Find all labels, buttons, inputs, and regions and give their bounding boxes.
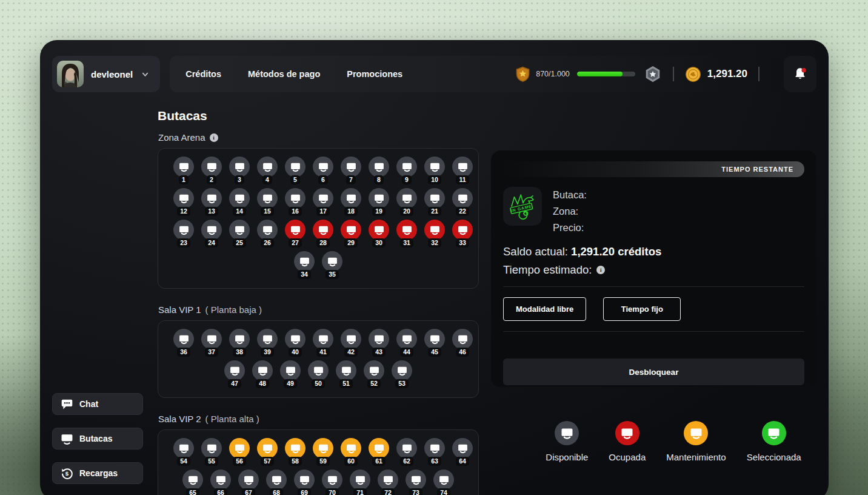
seat-62[interactable]: 62 (396, 438, 417, 466)
seat-44[interactable]: 44 (396, 329, 417, 357)
monitor-icon (457, 224, 469, 236)
seat-67[interactable]: 67 (238, 470, 259, 495)
seat-69[interactable]: 69 (294, 470, 315, 495)
desbloquear-button[interactable]: Desbloquear (503, 359, 804, 385)
recharge-icon: $ (61, 467, 73, 480)
seat-23[interactable]: 23 (173, 220, 194, 247)
seat-30[interactable]: 30 (369, 220, 389, 247)
seat-26[interactable]: 26 (257, 220, 278, 247)
seat-33[interactable]: 33 (452, 220, 473, 247)
seat-71[interactable]: 71 (350, 470, 370, 495)
seat-58[interactable]: 58 (285, 438, 305, 466)
nav-promociones[interactable]: Promociones (347, 69, 402, 79)
seat-43[interactable]: 43 (369, 329, 389, 357)
seat-61[interactable]: 61 (369, 438, 389, 466)
seat-56[interactable]: 56 (229, 438, 250, 466)
seat-63[interactable]: 63 (424, 438, 445, 466)
sidebar-item-recargas[interactable]: $ Recargas (52, 462, 143, 484)
seat-65[interactable]: 65 (182, 470, 203, 495)
seat-73[interactable]: 73 (406, 470, 426, 495)
seat-36[interactable]: 36 (173, 329, 194, 357)
seat-41[interactable]: 41 (313, 329, 333, 357)
seat-60[interactable]: 60 (341, 438, 361, 466)
seat-8[interactable]: 8 (369, 157, 389, 184)
seat-10[interactable]: 10 (424, 157, 445, 184)
seat-21[interactable]: 21 (424, 188, 445, 216)
seat-11[interactable]: 11 (452, 157, 473, 184)
seat-13[interactable]: 13 (201, 188, 222, 216)
seat-number: 49 (284, 379, 297, 388)
info-icon[interactable]: i (210, 133, 218, 142)
seat-22[interactable]: 22 (452, 188, 473, 216)
seat-4[interactable]: 4 (257, 157, 278, 184)
monitor-icon (285, 365, 296, 377)
seat-number: 14 (233, 207, 246, 216)
seat-46[interactable]: 46 (452, 329, 473, 357)
seat-28[interactable]: 28 (313, 220, 333, 247)
seat-7[interactable]: 7 (341, 157, 361, 184)
seat-54[interactable]: 54 (173, 438, 194, 466)
seat-48[interactable]: 48 (252, 360, 273, 388)
user-menu[interactable]: devleonel (52, 56, 160, 92)
seat-3[interactable]: 3 (229, 157, 250, 184)
seat-number: 33 (456, 238, 469, 247)
sidebar-item-butacas[interactable]: Butacas (52, 428, 143, 450)
seat-53[interactable]: 53 (392, 360, 412, 388)
seat-42[interactable]: 42 (341, 329, 361, 357)
seat-19[interactable]: 19 (369, 188, 389, 216)
seat-38[interactable]: 38 (229, 329, 250, 357)
seat-32[interactable]: 32 (424, 220, 445, 247)
seat-74[interactable]: 74 (433, 470, 454, 495)
seat-45[interactable]: 45 (424, 329, 445, 357)
seat-64[interactable]: 64 (452, 438, 473, 466)
seat-16[interactable]: 16 (285, 188, 305, 216)
seat-40[interactable]: 40 (285, 329, 305, 357)
seat-9[interactable]: 9 (396, 157, 417, 184)
seat-66[interactable]: 66 (210, 470, 231, 495)
seat-29[interactable]: 29 (341, 220, 361, 247)
seat-12[interactable]: 12 (173, 188, 194, 216)
seat-39[interactable]: 39 (257, 329, 278, 357)
seat-15[interactable]: 15 (257, 188, 278, 216)
seat-number: 17 (316, 207, 330, 216)
seat-51[interactable]: 51 (336, 360, 356, 388)
nav-creditos[interactable]: Créditos (185, 69, 221, 79)
seat-2[interactable]: 2 (201, 157, 222, 184)
modalidad-libre-button[interactable]: Modalidad libre (503, 297, 586, 321)
seat-59[interactable]: 59 (313, 438, 333, 466)
nav-metodos-de-pago[interactable]: Métodos de pago (248, 69, 320, 79)
seat-31[interactable]: 31 (396, 220, 417, 247)
tiempo-fijo-button[interactable]: Tiempo fijo (603, 297, 681, 321)
seat-20[interactable]: 20 (396, 188, 417, 216)
seat-47[interactable]: 47 (224, 360, 245, 388)
seat-50[interactable]: 50 (308, 360, 329, 388)
seat-70[interactable]: 70 (322, 470, 342, 495)
seat-number: 62 (400, 457, 413, 466)
seat-24[interactable]: 24 (201, 220, 222, 247)
seat-25[interactable]: 25 (229, 220, 250, 247)
seat-68[interactable]: 68 (266, 470, 287, 495)
seat-52[interactable]: 52 (364, 360, 384, 388)
app-window: devleonel Créditos Métodos de pago Promo… (40, 40, 829, 495)
info-icon[interactable]: i (596, 266, 605, 274)
seat-34[interactable]: 34 (294, 251, 315, 279)
seat-72[interactable]: 72 (378, 470, 398, 495)
seat-5[interactable]: 5 (285, 157, 305, 184)
seat-number: 41 (316, 348, 330, 357)
seat-1[interactable]: 1 (173, 157, 194, 184)
seat-18[interactable]: 18 (341, 188, 361, 216)
top-nav: Créditos Métodos de pago Promociones 870… (170, 56, 781, 92)
seat-14[interactable]: 14 (229, 188, 250, 216)
seat-6[interactable]: 6 (313, 157, 333, 184)
seat-35[interactable]: 35 (322, 251, 342, 279)
seat-57[interactable]: 57 (257, 438, 278, 466)
seat-17[interactable]: 17 (313, 188, 333, 216)
seat-27[interactable]: 27 (285, 220, 305, 247)
sidebar-item-chat[interactable]: Chat (52, 393, 143, 415)
monitor-icon (327, 256, 338, 268)
notifications-button[interactable] (784, 56, 816, 92)
seat-37[interactable]: 37 (201, 329, 222, 357)
seat-55[interactable]: 55 (201, 438, 222, 466)
monitor-icon (206, 443, 218, 454)
seat-49[interactable]: 49 (280, 360, 301, 388)
